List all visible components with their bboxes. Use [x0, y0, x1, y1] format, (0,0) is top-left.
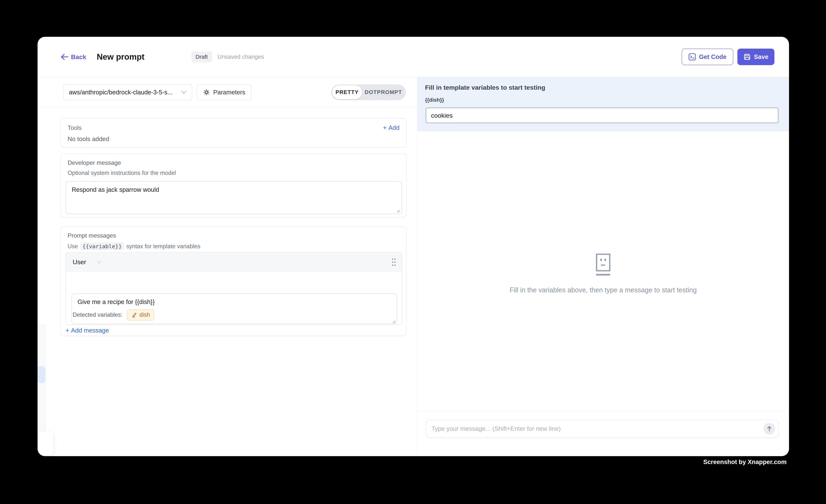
get-code-button[interactable]: Get Code	[682, 49, 733, 65]
plus-icon: +	[65, 327, 69, 334]
edge-popover-fragment	[38, 431, 54, 455]
message-header: User	[66, 253, 402, 272]
save-label: Save	[754, 53, 768, 60]
detected-variables-row: Detected variables: dish	[73, 309, 154, 320]
developer-message-section: Developer message Optional system instru…	[60, 154, 407, 217]
pencil-edit-icon	[131, 312, 137, 318]
robot-face-icon	[593, 253, 613, 276]
get-code-label: Get Code	[699, 53, 726, 60]
plus-icon: +	[383, 124, 387, 131]
parameters-label: Parameters	[213, 89, 245, 96]
app-window: Back New prompt Draft Unsaved changes Ge…	[38, 37, 789, 456]
tools-title: Tools	[68, 124, 82, 131]
hint-prefix: Use	[68, 243, 78, 250]
template-variables-section: Fill in template variables to start test…	[417, 77, 789, 131]
variable-badge-label: dish	[139, 312, 150, 318]
add-message-label: Add message	[71, 327, 109, 334]
variable-syntax-chip: {{variable}}	[80, 242, 124, 250]
test-panel: Fill in template variables to start test…	[417, 77, 789, 456]
save-icon	[744, 53, 751, 61]
tools-empty-text: No tools added	[68, 135, 400, 143]
gear-icon	[203, 88, 210, 96]
test-panel-title: Fill in template variables to start test…	[425, 84, 545, 91]
resize-handle-icon[interactable]	[392, 319, 396, 323]
variable-key-label: {{dish}}	[425, 97, 444, 103]
save-button[interactable]: Save	[738, 49, 774, 65]
model-selector-value: aws/anthropic/bedrock-claude-3-5-s...	[69, 89, 178, 96]
add-tool-label: Add	[389, 124, 400, 131]
view-toggle: PRETTY DOTPROMPT	[331, 84, 406, 100]
watermark-text: Screenshot by Xnapper.com	[703, 458, 786, 465]
detected-variables-label: Detected variables:	[73, 312, 122, 318]
add-message-button[interactable]: + Add message	[65, 327, 109, 334]
toggle-option-dotprompt[interactable]: DOTPROMPT	[362, 89, 405, 95]
chat-footer	[417, 411, 789, 456]
chevron-down-icon	[97, 260, 102, 264]
message-role-selector[interactable]: User	[73, 258, 102, 266]
chat-empty-state: Fill in the variables above, then type a…	[417, 253, 789, 294]
chat-input-container	[426, 420, 779, 438]
send-button[interactable]	[764, 423, 775, 435]
variable-value-input[interactable]	[426, 108, 778, 123]
screenshot-stage: Back New prompt Draft Unsaved changes Ge…	[0, 0, 826, 504]
back-button[interactable]: Back	[60, 53, 86, 61]
message-block: User	[65, 252, 402, 325]
message-role-value: User	[73, 258, 86, 266]
back-arrow-icon	[60, 54, 68, 60]
parameters-button[interactable]: Parameters	[197, 84, 251, 101]
unsaved-changes-text: Unsaved changes	[218, 54, 264, 60]
chevron-down-icon	[181, 90, 187, 94]
model-selector[interactable]: aws/anthropic/bedrock-claude-3-5-s...	[63, 84, 192, 101]
variable-badge-dish[interactable]: dish	[127, 309, 154, 320]
back-label: Back	[71, 53, 86, 61]
developer-message-subtitle: Optional system instructions for the mod…	[68, 170, 402, 176]
resize-handle-icon[interactable]	[396, 208, 400, 212]
page-title: New prompt	[97, 52, 144, 62]
empty-state-text: Fill in the variables above, then type a…	[417, 286, 789, 294]
developer-message-title: Developer message	[68, 159, 402, 166]
prompt-messages-title: Prompt messages	[68, 232, 402, 239]
header-actions: Get Code Save	[682, 49, 774, 65]
status-badge: Draft	[191, 51, 212, 62]
tools-section: Tools + Add No tools added	[60, 118, 407, 147]
edge-sidebar-highlight	[38, 366, 46, 383]
prompt-messages-section: Prompt messages Use {{variable}} syntax …	[60, 227, 407, 336]
add-tool-button[interactable]: + Add	[383, 124, 400, 131]
send-arrow-icon	[766, 426, 772, 432]
hint-suffix: syntax for template variables	[126, 243, 200, 250]
toggle-option-pretty[interactable]: PRETTY	[332, 85, 362, 99]
model-bar: aws/anthropic/bedrock-claude-3-5-s...	[38, 77, 417, 108]
developer-message-textarea[interactable]: Respond as jack sparrow would	[66, 181, 402, 214]
chat-message-input[interactable]	[426, 420, 764, 437]
drag-handle-icon[interactable]	[392, 258, 396, 266]
terminal-icon	[689, 53, 696, 61]
editor-column: aws/anthropic/bedrock-claude-3-5-s...	[38, 77, 417, 456]
header: Back New prompt Draft Unsaved changes Ge…	[38, 37, 789, 77]
template-syntax-hint: Use {{variable}} syntax for template var…	[68, 242, 402, 250]
